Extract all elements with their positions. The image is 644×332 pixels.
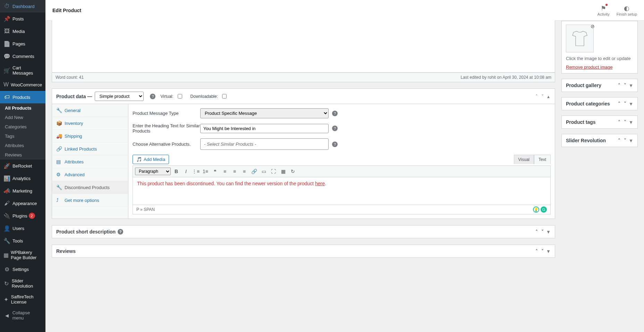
add-media-button[interactable]: 🎵Add Media <box>133 155 169 164</box>
panel-toggle-icon[interactable]: ▾ <box>629 119 633 125</box>
rte-format-select[interactable]: Paragraph <box>135 168 171 175</box>
panel-up-icon[interactable]: ˄ <box>617 101 621 107</box>
panel-toggle-icon[interactable]: ▾ <box>629 138 633 143</box>
sidebar-item-wpbakery[interactable]: ▦WPBakery Page Builder <box>0 247 45 263</box>
collapse-icon: ◀ <box>3 313 10 318</box>
tab-linked-products[interactable]: 🔗Linked Products <box>52 143 128 155</box>
submenu-all-products[interactable]: All Products <box>0 103 45 113</box>
panel-down-icon[interactable]: ˅ <box>623 83 627 88</box>
tab-shipping[interactable]: 🚚Shipping <box>52 130 128 143</box>
align-center-button[interactable]: ≡ <box>230 167 239 176</box>
finish-setup-button[interactable]: ◐ Finish setup <box>617 5 637 16</box>
sidebar-item-analytics[interactable]: 📊Analytics <box>0 172 45 185</box>
sidebar-item-marketing[interactable]: 📣Marketing <box>0 185 45 197</box>
sidebar-item-tools[interactable]: 🔧Tools <box>0 235 45 247</box>
italic-button[interactable]: I <box>182 167 190 176</box>
sidebar-item-media[interactable]: 🖼Media <box>0 25 45 37</box>
readmore-button[interactable]: ▭ <box>260 167 268 176</box>
tab-general[interactable]: 🔧General <box>52 104 128 117</box>
quote-button[interactable]: ❝ <box>211 167 219 176</box>
panel-up-icon[interactable]: ˄ <box>534 229 539 235</box>
panel-down-icon[interactable]: ˅ <box>623 101 627 107</box>
panel-down-icon[interactable]: ˅ <box>540 248 545 254</box>
submenu-attributes[interactable]: Attributes <box>0 141 45 150</box>
panel-up-icon[interactable]: ˄ <box>534 94 539 99</box>
sidebar-item-berocket[interactable]: 🚀BeRocket <box>0 160 45 172</box>
sidebar-item-plugins[interactable]: 🔌Plugins2 <box>0 210 45 222</box>
panel-toggle-icon[interactable]: ▾ <box>546 248 551 254</box>
panel-toggle-icon[interactable]: ▾ <box>629 101 633 107</box>
panel-up-icon[interactable]: ˄ <box>617 138 621 143</box>
short-description-panel[interactable]: Product short description ? ˄ ˅ ▾ <box>52 225 555 238</box>
alternative-products-select[interactable]: - Select Similar Products - <box>200 138 329 150</box>
sidebar-item-products[interactable]: 🏷Products <box>0 91 45 103</box>
tab-discontinued-products[interactable]: 🔧Discontinued Products <box>52 181 128 194</box>
sidebar-label: Tools <box>12 238 23 244</box>
align-left-button[interactable]: ≡ <box>221 167 229 176</box>
rte-here-link[interactable]: here <box>315 181 325 186</box>
virtual-checkbox[interactable] <box>178 94 182 99</box>
align-right-button[interactable]: ≡ <box>240 167 248 176</box>
sidebar-item-cart-messages[interactable]: 🛒Cart Messages <box>0 62 45 78</box>
help-icon[interactable]: ? <box>150 94 155 99</box>
sidebar-item-users[interactable]: 👤Users <box>0 222 45 235</box>
sidebar-item-comments[interactable]: 💬Comments <box>0 50 45 62</box>
grammarly-ideas-icon[interactable]: 💡 <box>533 206 539 213</box>
grammarly-icon[interactable]: G <box>541 206 547 213</box>
panel-up-icon[interactable]: ˄ <box>617 119 621 125</box>
numbered-list-button[interactable]: 1≡ <box>201 167 210 176</box>
rte-tab-visual[interactable]: Visual <box>514 155 534 164</box>
gear-icon: ⚙ <box>3 266 10 273</box>
collapse-menu-button[interactable]: ◀Collapse menu <box>0 307 45 323</box>
sidebar-item-woocommerce[interactable]: WWooCommerce <box>0 78 45 91</box>
panel-down-icon[interactable]: ˅ <box>623 119 627 125</box>
panel-down-icon[interactable]: ˅ <box>540 94 545 99</box>
submenu-tags[interactable]: Tags <box>0 131 45 141</box>
downloadable-checkbox[interactable] <box>222 94 227 99</box>
main-editor-area[interactable] <box>52 20 555 73</box>
rte-content[interactable]: This product has been discontinued. You … <box>133 177 551 205</box>
toolbar-toggle-button[interactable]: ▦ <box>279 167 287 176</box>
remove-thumb-icon[interactable]: ⊘ <box>591 24 595 29</box>
sidebar-item-settings[interactable]: ⚙Settings <box>0 263 45 275</box>
rte-tab-text[interactable]: Text <box>534 155 551 164</box>
panel-up-icon[interactable]: ˄ <box>534 248 539 254</box>
panel-down-icon[interactable]: ˅ <box>623 138 627 143</box>
help-icon[interactable]: ? <box>332 126 338 131</box>
panel-toggle-icon[interactable]: ▾ <box>546 229 551 235</box>
product-type-select[interactable]: Simple product <box>95 92 144 101</box>
sidebar-item-pages[interactable]: 📄Pages <box>0 37 45 50</box>
activity-button[interactable]: ⚑ Activity <box>598 5 610 16</box>
refresh-button[interactable]: ↻ <box>289 167 297 176</box>
sidebar-item-posts[interactable]: 📌Posts <box>0 12 45 25</box>
help-icon[interactable]: ? <box>118 229 123 235</box>
bullet-list-button[interactable]: ⋮≡ <box>192 167 200 176</box>
fullscreen-button[interactable]: ⛶ <box>269 167 278 176</box>
sidebar-item-appearance[interactable]: 🖌Appearance <box>0 197 45 210</box>
panel-toggle-icon[interactable]: ▾ <box>629 83 633 88</box>
remove-image-link[interactable]: Remove product image <box>566 65 633 70</box>
help-icon[interactable]: ? <box>332 111 338 116</box>
sidebar-item-saffiretech[interactable]: ✦SaffireTech License <box>0 291 45 307</box>
sidebar-item-dashboard[interactable]: ⏱Dashboard <box>0 0 45 12</box>
message-type-select[interactable]: Product Specific Message <box>200 108 329 118</box>
product-image-thumb[interactable]: ⊘ <box>566 25 594 52</box>
sidebar-item-slider-revolution[interactable]: ↻Slider Revolution <box>0 275 45 291</box>
tab-advanced[interactable]: ⚙Advanced <box>52 168 128 181</box>
bold-button[interactable]: B <box>172 167 180 176</box>
tab-attributes[interactable]: ▤Attributes <box>52 155 128 168</box>
help-icon[interactable]: ? <box>332 142 338 147</box>
tab-inventory[interactable]: 📦Inventory <box>52 117 128 130</box>
heading-text-input[interactable] <box>200 124 329 133</box>
external-icon: ⤴ <box>56 197 62 203</box>
submenu-add-new[interactable]: Add New <box>0 113 45 122</box>
tab-get-more-options[interactable]: ⤴Get more options <box>52 194 128 207</box>
panel-up-icon[interactable]: ˄ <box>617 83 621 88</box>
submenu-categories[interactable]: Categories <box>0 122 45 131</box>
panel-down-icon[interactable]: ˅ <box>540 229 545 235</box>
virtual-label: Virtual: <box>160 94 173 99</box>
panel-toggle-icon[interactable]: ▴ <box>546 94 551 99</box>
reviews-panel[interactable]: Reviews ˄ ˅ ▾ <box>52 245 555 258</box>
submenu-reviews[interactable]: Reviews <box>0 150 45 160</box>
link-button[interactable]: 🔗 <box>250 167 258 176</box>
